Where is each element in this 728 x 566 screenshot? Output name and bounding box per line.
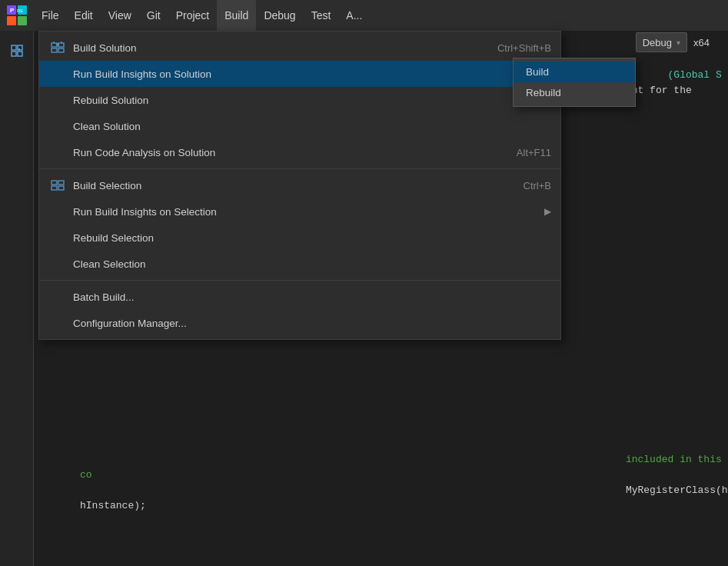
- build-menu: Build Solution Ctrl+Shift+B Run Build In…: [38, 31, 561, 340]
- rebuild-solution-spacer: [48, 91, 67, 109]
- config-rebuild-item[interactable]: Rebuild: [514, 82, 635, 103]
- build-solution-label: Build Solution: [73, 42, 491, 54]
- rebuild-solution-label: Rebuild Solution: [73, 95, 551, 106]
- editor-comment: included in this co: [80, 452, 728, 483]
- batch-build-label: Batch Build...: [73, 291, 551, 303]
- menu-item-project[interactable]: Project: [168, 0, 218, 31]
- svg-rect-14: [52, 48, 57, 52]
- sidebar-add-icon[interactable]: [3, 37, 31, 65]
- x64-label: x64: [690, 37, 713, 48]
- batch-build-item[interactable]: Batch Build...: [39, 284, 560, 310]
- rebuild-solution-item[interactable]: Rebuild Solution: [39, 87, 560, 113]
- run-build-insights-selection-label: Run Build Insights on Selection: [73, 206, 538, 218]
- debug-dropdown[interactable]: Debug ▾: [636, 32, 687, 52]
- menu-item-file[interactable]: File: [34, 0, 67, 31]
- app-logo: P RE: [3, 2, 31, 29]
- svg-rect-12: [52, 43, 57, 47]
- menu-item-edit[interactable]: Edit: [67, 0, 101, 31]
- menu-item-git[interactable]: Git: [139, 0, 168, 31]
- svg-rect-20: [52, 186, 57, 190]
- svg-rect-9: [18, 52, 22, 56]
- menu-item-analyze[interactable]: A...: [338, 0, 370, 31]
- run-build-insights-sel-spacer: [48, 202, 67, 221]
- svg-rect-19: [58, 181, 64, 185]
- rebuild-sel-spacer: [48, 228, 67, 247]
- run-build-insights-solution-item[interactable]: Run Build Insights on Solution ▶: [39, 61, 560, 87]
- build-selection-shortcut: Ctrl+B: [524, 180, 551, 191]
- run-build-insights-spacer: [48, 65, 67, 83]
- configuration-manager-label: Configuration Manager...: [73, 318, 551, 329]
- svg-text:RE: RE: [17, 8, 23, 13]
- clean-selection-item[interactable]: Clean Selection: [39, 251, 560, 277]
- clean-solution-label: Clean Solution: [73, 121, 551, 132]
- menu-separator-1: [39, 168, 560, 169]
- menu-bar: P RE File Edit View Git Project Build De…: [0, 0, 728, 31]
- config-manager-spacer: [48, 314, 67, 332]
- menu-item-test[interactable]: Test: [304, 0, 339, 31]
- batch-build-spacer: [48, 288, 67, 306]
- menu-item-build[interactable]: Build: [217, 0, 256, 31]
- menu-separator-2: [39, 280, 560, 281]
- run-code-analysis-spacer: [48, 143, 67, 161]
- rebuild-selection-item[interactable]: Rebuild Selection: [39, 225, 560, 251]
- editor-register-line: MyRegisterClass(hINSTANCE hInstance);: [80, 483, 728, 514]
- menu-item-view[interactable]: View: [101, 0, 139, 31]
- menu-item-debug[interactable]: Debug: [256, 0, 303, 31]
- run-build-insights-selection-item[interactable]: Run Build Insights on Selection ▶: [39, 198, 560, 225]
- debug-dropdown-label: Debug: [643, 37, 672, 48]
- build-selection-label: Build Selection: [73, 180, 517, 191]
- svg-rect-2: [7, 16, 16, 25]
- config-build-label: Build: [526, 66, 549, 78]
- svg-rect-13: [58, 43, 64, 47]
- run-code-analysis-shortcut: Alt+F11: [517, 147, 551, 158]
- rebuild-selection-label: Rebuild Selection: [73, 232, 551, 244]
- config-rebuild-label: Rebuild: [526, 87, 561, 98]
- debug-dropdown-arrow: ▾: [676, 38, 680, 47]
- config-submenu: Build Rebuild: [513, 58, 636, 107]
- build-solution-icon: [48, 38, 67, 57]
- clean-selection-label: Clean Selection: [73, 258, 551, 270]
- svg-text:P: P: [10, 7, 15, 14]
- clean-solution-item[interactable]: Clean Solution: [39, 113, 560, 139]
- clean-sel-spacer: [48, 255, 67, 273]
- toolbar-debug-area: Debug ▾ x64: [636, 31, 713, 54]
- build-selection-icon: [48, 176, 67, 195]
- svg-rect-3: [18, 16, 27, 25]
- svg-rect-8: [12, 52, 16, 56]
- svg-rect-15: [58, 48, 64, 52]
- svg-rect-18: [52, 181, 57, 185]
- svg-rect-21: [58, 186, 64, 190]
- config-build-item[interactable]: Build: [514, 62, 635, 82]
- build-selection-item[interactable]: Build Selection Ctrl+B: [39, 172, 560, 198]
- run-build-insights-sel-arrow: ▶: [544, 206, 551, 217]
- run-code-analysis-label: Run Code Analysis on Solution: [73, 147, 510, 158]
- configuration-manager-item[interactable]: Configuration Manager...: [39, 310, 560, 336]
- run-build-insights-solution-label: Run Build Insights on Solution: [73, 68, 538, 80]
- build-solution-shortcut: Ctrl+Shift+B: [497, 42, 551, 54]
- run-code-analysis-item[interactable]: Run Code Analysis on Solution Alt+F11: [39, 139, 560, 165]
- clean-solution-spacer: [48, 117, 67, 135]
- build-solution-item[interactable]: Build Solution Ctrl+Shift+B: [39, 35, 560, 61]
- svg-rect-6: [12, 45, 16, 50]
